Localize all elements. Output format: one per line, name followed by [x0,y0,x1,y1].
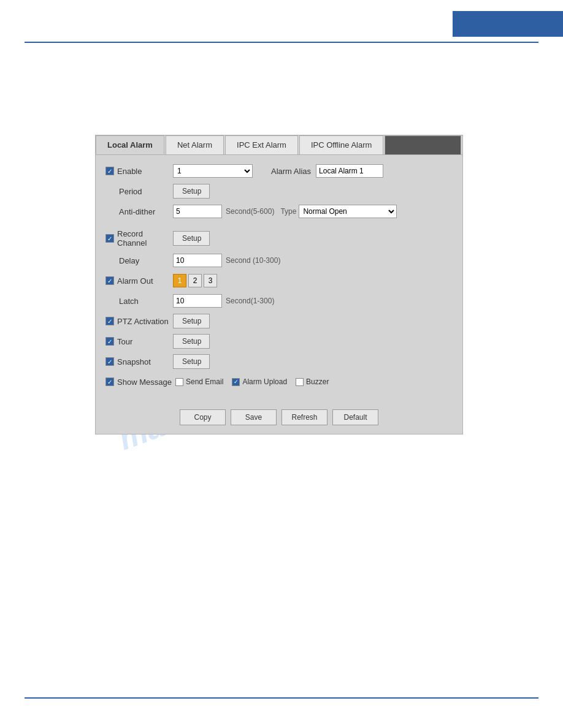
alarm-upload-label: Alarm Upload [242,377,287,386]
copy-button[interactable]: Copy [180,409,226,425]
show-message-extras: Send Email Alarm Upload Buzzer [175,377,329,386]
buzzer-pair: Buzzer [296,377,329,386]
tab-net-alarm[interactable]: Net Alarm [166,135,224,154]
tab-bar: Local Alarm Net Alarm IPC Ext Alarm IPC … [96,135,462,155]
record-channel-checkbox[interactable] [105,234,114,243]
alarm-upload-checkbox[interactable] [232,378,240,386]
enable-checkbox[interactable] [105,167,114,175]
tour-label: Tour [117,337,132,346]
anti-dither-label-text: Anti-dither [119,207,155,216]
anti-dither-row: Anti-dither Second(5-600) Type Normal Op… [105,204,453,219]
snapshot-checkbox[interactable] [105,357,114,366]
bottom-rule [25,697,538,699]
delay-input[interactable] [173,254,222,267]
send-email-checkbox[interactable] [175,378,183,386]
type-label: Type [280,207,296,216]
anti-dither-label: Anti-dither [105,207,173,216]
delay-row: Delay Second (10-300) [105,253,453,268]
period-setup-button[interactable]: Setup [173,184,210,199]
ptz-activation-row: PTZ Activation Setup [105,314,453,328]
alarm-out-label: Alarm Out [117,276,153,286]
send-email-pair: Send Email [175,377,223,386]
alarm-out-label-container: Alarm Out [105,276,173,286]
record-channel-row: Record Channel Setup [105,229,453,248]
period-row: Period Setup [105,184,453,199]
show-message-checkbox[interactable] [105,377,114,386]
snapshot-label: Snapshot [117,357,151,366]
period-label-text: Period [119,187,142,196]
record-channel-label-container: Record Channel [105,229,173,248]
tab-local-alarm[interactable]: Local Alarm [96,135,164,154]
ptz-activation-label-container: PTZ Activation [105,317,173,326]
buzzer-label: Buzzer [306,377,329,386]
latch-row: Latch Second(1-300) [105,294,453,308]
panel-content: Enable 1 2 3 4 Alarm Alias Period Setup … [96,155,462,403]
alarm-out-checkbox[interactable] [105,276,114,285]
ptz-activation-label: PTZ Activation [117,317,169,326]
ptz-activation-checkbox[interactable] [105,317,114,325]
tour-label-container: Tour [105,337,173,346]
delay-label: Delay [105,256,173,265]
alarm-out-btn-1[interactable]: 1 [173,274,186,287]
save-button[interactable]: Save [231,409,277,425]
action-bar: Copy Save Refresh Default [96,403,462,434]
snapshot-row: Snapshot Setup [105,354,453,369]
latch-helper: Second(1-300) [226,297,274,305]
enable-dropdown[interactable]: 1 2 3 4 [173,164,253,178]
top-bar [453,11,563,37]
tour-row: Tour Setup [105,334,453,349]
anti-dither-helper: Second(5-600) [226,207,274,216]
top-rule [25,42,538,43]
buzzer-checkbox[interactable] [296,378,304,386]
tab-ipc-ext-alarm[interactable]: IPC Ext Alarm [225,135,298,154]
delay-label-text: Delay [119,256,139,265]
period-label: Period [105,187,173,196]
record-channel-label: Record Channel [117,229,173,248]
latch-label: Latch [105,297,173,306]
main-panel: Local Alarm Net Alarm IPC Ext Alarm IPC … [95,135,463,434]
show-message-row: Show Message Send Email Alarm Upload Buz… [105,374,453,389]
ptz-activation-setup-button[interactable]: Setup [173,314,210,328]
show-message-label-container: Show Message [105,377,173,387]
enable-label-container: Enable [105,167,173,176]
type-dropdown[interactable]: Normal Open Normal Close [299,205,397,218]
alarm-out-row: Alarm Out 1 2 3 [105,273,453,288]
alarm-out-btn-3[interactable]: 3 [204,274,217,287]
latch-input[interactable] [173,294,222,308]
alarm-upload-pair: Alarm Upload [232,377,287,386]
alarm-alias-label: Alarm Alias [271,167,311,176]
latch-label-text: Latch [119,297,139,306]
enable-label: Enable [117,167,142,176]
alarm-out-buttons: 1 2 3 [173,274,217,287]
default-button[interactable]: Default [332,409,378,425]
alarm-alias-section: Alarm Alias [271,164,383,178]
show-message-label: Show Message [117,377,172,387]
snapshot-label-container: Snapshot [105,357,173,366]
record-channel-setup-button[interactable]: Setup [173,231,210,246]
snapshot-setup-button[interactable]: Setup [173,354,210,369]
tour-setup-button[interactable]: Setup [173,334,210,349]
refresh-button[interactable]: Refresh [282,409,327,425]
send-email-label: Send Email [186,377,223,386]
alarm-out-btn-2[interactable]: 2 [188,274,202,287]
delay-helper: Second (10-300) [226,256,280,265]
enable-row: Enable 1 2 3 4 Alarm Alias [105,164,453,178]
alarm-alias-input[interactable] [316,164,383,178]
tour-checkbox[interactable] [105,337,114,346]
tab-ipc-offline-alarm[interactable]: IPC Offline Alarm [299,135,383,154]
anti-dither-input[interactable] [173,205,222,218]
tab-dark [385,135,461,154]
